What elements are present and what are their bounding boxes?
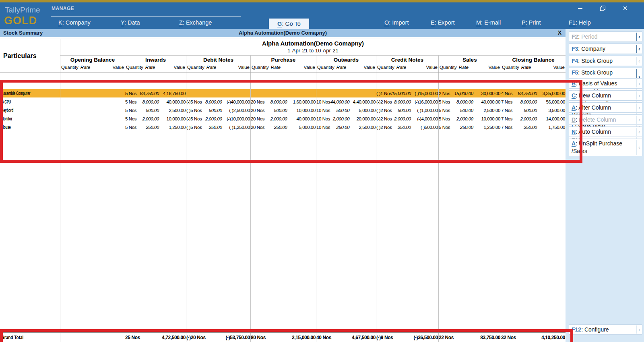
menu-import[interactable]: O:Import	[384, 19, 409, 26]
stock-item-name-text: Grand Total	[1, 335, 23, 340]
rate-value: 8,000.00	[202, 99, 222, 104]
menu-colon: :	[124, 19, 126, 26]
stock-cell: 20 Nos250.005,000.00	[250, 123, 316, 131]
stock-item-name-text: i5 CPU	[1, 99, 11, 105]
menu-export[interactable]: E:Export	[431, 19, 455, 26]
menu-help[interactable]: F1:Help	[569, 19, 591, 26]
menu-key: M	[476, 19, 481, 26]
sidebar-button-f3-company[interactable]: F3: Company‹	[569, 44, 642, 54]
sub-rate-label: Rate	[271, 65, 281, 73]
menu-colon: :	[183, 19, 184, 26]
column-group-header: Sales	[438, 56, 501, 64]
qty-value: 7 Nos	[501, 116, 512, 121]
sidebar-button-d-delete-column: D: Delete Column‹	[569, 114, 642, 125]
chevron-left-icon[interactable]: ‹	[636, 91, 642, 99]
menu-exchange[interactable]: Z:Exchange	[179, 19, 212, 26]
stock-cell	[60, 333, 125, 342]
value-amount: 1,250.00	[473, 125, 500, 130]
stock-cell	[60, 114, 125, 123]
value-amount: (-)4,000.00	[411, 116, 438, 121]
value-amount: 83,750.00	[473, 335, 500, 340]
stock-cell: 32 Nos4,10,250.00	[501, 333, 566, 342]
qty-value: 5 Nos	[125, 108, 136, 113]
column-group-header: Outwards	[316, 56, 376, 64]
sub-quantity-label: Quantity	[61, 65, 78, 73]
value-amount: (-)16,000.00	[411, 99, 438, 104]
sidebar-button-a-unsplit-purchase[interactable]: A: UnSplit Purchase /Sales‹	[569, 139, 642, 156]
minimize-button[interactable]	[573, 3, 587, 13]
sidebar-button-a-alter-column[interactable]: A: Alter Column‹	[569, 102, 642, 113]
menu-key: Y	[121, 19, 124, 26]
sidebar-button-f12-configure[interactable]: F12: Configure‹	[569, 324, 642, 335]
chevron-left-icon[interactable]: ‹	[636, 128, 642, 136]
stock-cell	[376, 73, 438, 89]
menu-label: Company	[66, 19, 91, 26]
stock-item-name-text: Monitor	[1, 116, 12, 122]
stock-row[interactable]: Assemble Computer5 Nos83,750.004,18,750.…	[0, 89, 566, 97]
sidebar-button-c-new-column[interactable]: C: New Column‹	[569, 90, 642, 101]
qty-value: (-)20 Nos	[186, 335, 206, 340]
stock-row[interactable]: Monitor5 Nos2,000.0010,000.00(-)5 Nos2,0…	[0, 114, 566, 123]
rate-value: 2,000.00	[450, 116, 473, 121]
value-amount: 4,18,750.00	[159, 91, 186, 96]
value-amount: 2,15,000.00	[287, 335, 316, 340]
qty-value: 5 Nos	[439, 108, 450, 113]
column-lines-filler	[0, 131, 566, 332]
chevron-left-icon[interactable]: ‹	[636, 325, 642, 334]
stock-item-name: Keybord	[0, 106, 60, 114]
sidebar-button-b-basis-of-values[interactable]: B: Basis of Values‹	[569, 78, 642, 89]
menu-label: Import	[392, 19, 409, 26]
sidebar-label: Basis of Values	[579, 80, 617, 87]
chevron-left-icon[interactable]: ‹	[636, 33, 642, 41]
chevron-left-icon[interactable]: ‹	[636, 57, 642, 65]
menu-company[interactable]: K:Company	[58, 19, 91, 26]
rate-value: 8,000.00	[512, 99, 537, 104]
goto-button[interactable]: G: Go To	[269, 19, 309, 30]
menu-colon: :	[481, 19, 483, 26]
stock-cell	[186, 89, 250, 97]
stock-cell: 5 Nos8,000.0040,000.00	[438, 97, 501, 106]
stock-row[interactable]: i5 CPU5 Nos8,000.0040,000.00(-)5 Nos8,00…	[0, 97, 566, 106]
chevron-left-icon[interactable]: ‹	[636, 45, 642, 53]
sub-rate-label: Rate	[396, 65, 406, 73]
stock-cell	[60, 89, 125, 97]
report-titlebar: Stock Summary Alpha Automation(Demo Coma…	[0, 29, 566, 37]
stock-cell: (-)20 Nos(-)53,750.00	[186, 333, 250, 342]
stock-row[interactable]: Keybord5 Nos500.002,500.00(-)5 Nos500.00…	[0, 106, 566, 114]
qty-value: 40 Nos	[316, 335, 331, 340]
chevron-left-icon[interactable]: ‹	[636, 79, 642, 87]
menu-label: Print	[529, 19, 541, 26]
stock-cell: (-)5 Nos500.00(-)2,500.00	[186, 106, 250, 114]
stock-summary-report: Particulars Alpha Automation(Demo Comapn…	[0, 37, 566, 342]
sub-quantity-label: Quantity	[502, 65, 519, 73]
menu-e-mail[interactable]: M:E-mail	[476, 19, 501, 26]
rate-value: 83,750.00	[136, 91, 159, 96]
stock-cell: 10 Nos500.005,000.00	[316, 106, 376, 114]
qty-value: 10 Nos	[316, 99, 330, 104]
restore-button[interactable]	[596, 3, 609, 13]
stock-cell: 20 Nos8,000.001,60,000.00	[250, 97, 316, 106]
chevron-left-icon[interactable]: ‹	[636, 104, 642, 112]
sidebar-button-text: N: Auto Column	[572, 128, 635, 136]
stock-row[interactable]: Mouse5 Nos250.001,250.00(-)5 Nos250.00(-…	[0, 123, 566, 131]
close-report-icon[interactable]: X	[558, 29, 561, 36]
sidebar-button-f4-stock-group[interactable]: F4: Stock Group‹	[569, 56, 642, 66]
stock-item-name-text: Keybord	[1, 108, 13, 113]
sidebar-button-n-auto-column[interactable]: N: Auto Column‹	[569, 126, 642, 137]
grand-total-row: Grand Total25 Nos4,72,500.00(-)20 Nos(-)…	[0, 332, 566, 342]
qty-value: (-)2 Nos	[376, 99, 392, 104]
rate-value: 2,000.00	[264, 116, 287, 121]
sidebar-key: C	[572, 92, 576, 99]
filler-name-col	[0, 131, 60, 332]
qty-value: 32 Nos	[501, 335, 516, 340]
menu-label: Data	[128, 19, 140, 26]
sidebar-colon: :	[578, 46, 581, 52]
stock-cell: (-)2 Nos250.00(-)500.00	[376, 123, 438, 131]
menu-key: E	[431, 19, 435, 26]
chevron-left-icon[interactable]: ‹	[636, 140, 642, 155]
close-window-button[interactable]: ×	[618, 3, 632, 13]
menu-print[interactable]: P:Print	[522, 19, 541, 26]
chevron-left-icon[interactable]: ‹	[636, 116, 642, 124]
menu-data[interactable]: Y:Data	[121, 19, 140, 26]
restore-icon	[600, 6, 605, 11]
